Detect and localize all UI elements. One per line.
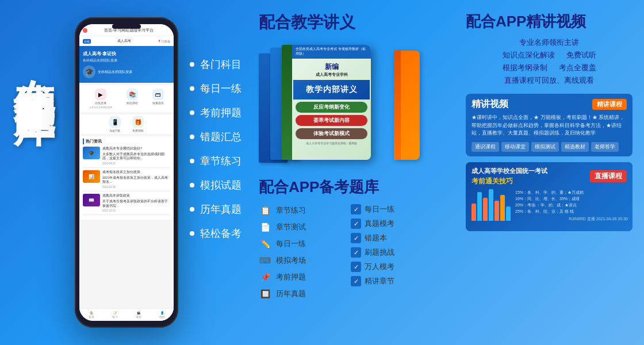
video-card-badge: 精讲课程 <box>592 99 627 110</box>
past-papers-icon: 🔲 <box>259 288 271 300</box>
live-text-line: 20%：考场 ：学、的、成；★讲点 <box>515 202 627 208</box>
bullet-dot <box>190 62 194 67</box>
phone-screen: 首页-学习网站成绩学习平台 在线 成人高考 📍江西省 成人高考·拿证快 各科精品… <box>79 24 174 321</box>
phone-nav: 在线 成人高考 📍江西省 <box>79 36 174 46</box>
feature-chapter-test: 📄 章节测试 <box>259 221 345 233</box>
courses-label: 精品课程 <box>126 101 138 105</box>
book-main: 全国各类成人高考专业考试 专项辅导教材（标准版） 新编 成人高考专业学科 教学内… <box>282 45 371 160</box>
feature-item-exam: 考前押题 <box>190 106 241 120</box>
feature-pre-exam: 📌 考前押题 <box>259 271 345 283</box>
video-card: 精讲视频 精讲课程 ★课时讲中，知识点全面，★ 万能模板，考前刷题！★ 系统精讲… <box>466 94 632 156</box>
live-badge: 直播课程 <box>590 170 627 182</box>
phone-icon-courses: 📚 精品课程 <box>126 89 138 109</box>
bar <box>477 192 482 221</box>
chapter-test-icon: 📄 <box>259 221 271 233</box>
phone-icon-questions: 🗃 海量题库 <box>152 89 164 109</box>
news-thumb-1: 🎓 <box>83 147 100 159</box>
middle-section: 配合教学讲义 全国各类成人高考专业考试 专项辅导教材（标准版） 新编 成人高考专… <box>259 12 437 300</box>
main-title: 在线智能题库 <box>12 46 57 74</box>
check-lecture: ✓ <box>351 276 361 286</box>
phone-banner-title: 成人高考·拿证快 <box>83 51 170 57</box>
badge-brown: 体验考试新模式 <box>296 128 367 139</box>
feature-item-daily: 每日一练 <box>190 82 241 95</box>
feature-item-mock: 模拟试题 <box>190 178 241 192</box>
broadcast-sub: 众多知名名师团队授课 <box>89 106 112 109</box>
bar <box>471 204 476 221</box>
check-errors: ✓ <box>351 233 361 243</box>
feature-mock-exam: ⌨ 模拟考场 <box>259 254 345 267</box>
book-title-area: 新编 成人高考专业学科 <box>292 59 371 80</box>
feature-row-3: 根据考纲录制 考点全覆盖 <box>466 63 632 73</box>
phone-mockup: 首页-学习网站成绩学习平台 在线 成人高考 📍江西省 成人高考·拿证快 各科精品… <box>75 17 178 328</box>
bullet-dot <box>190 135 194 139</box>
app-section-title: 配合APP备考题库 <box>259 177 437 197</box>
news-item-2: 📊 成考报名政策之加分政策 2021年成考报名政策之加分政策，成人高考报名...… <box>83 170 170 191</box>
bar <box>483 198 488 221</box>
bar <box>489 189 493 221</box>
live-card: 成人高等学校全国统一考试 考前通关技巧 直播课程 15%：各、科、学、的、重；★… <box>466 162 632 231</box>
phone-close-icon <box>83 28 87 33</box>
book-display: 全国各类成人高考专业考试 专项辅导教材（标准版） 新编 成人高考专业学科 教学内… <box>259 42 420 168</box>
feature-row-1: 专业名师领衔主讲 <box>466 37 632 48</box>
phone-nav-label: 成人高考 <box>117 39 131 44</box>
phone-sub-icons: 📱 App下载 🎁 免费领取 <box>79 114 174 134</box>
phone-banner-detail: 全科精品名师团队授课 <box>98 70 132 75</box>
phone-bottom-nav: 🏠首页 📝练习 🎬课程 👤我的 <box>79 308 174 321</box>
check-daily: ✓ <box>351 204 361 214</box>
questions-label: 海量题库 <box>152 101 164 105</box>
tag-3: 模拟测试 <box>531 142 559 152</box>
bullet-dot <box>190 86 194 91</box>
live-card-title: 成人高等学校全国统一考试 <box>471 167 547 175</box>
bottom-nav-course[interactable]: 🎬课程 <box>136 311 141 319</box>
live-chart <box>471 189 511 221</box>
broadcast-label: 在线直播 <box>95 101 106 105</box>
right-feature-daily: ✓ 每日一练 <box>351 204 437 214</box>
tag-1: 通识课程 <box>471 142 499 152</box>
right-feature-errors: ✓ 错题本 <box>351 233 437 243</box>
news-content-2: 成考报名政策之加分政策 2021年成考报名政策之加分政策，成人高考报名... 2… <box>102 170 170 189</box>
right-section: 配合APP精讲视频 专业名师领衔主讲 知识点深化解读 免费试听 根据考纲录制 考… <box>466 12 632 231</box>
feature-list: 各门科目 每日一练 考前押题 错题汇总 章节练习 模拟试题 历年真题 轻松备考 <box>190 57 241 240</box>
bar <box>506 206 511 221</box>
book-subject: 成人高考专业学科 <box>297 72 366 78</box>
chapter-practice-icon: 📋 <box>259 204 271 217</box>
book-spine <box>282 45 292 160</box>
broadcast-icon: ▶ <box>95 89 106 100</box>
bullet-dot <box>190 110 194 115</box>
bottom-nav-profile[interactable]: 👤我的 <box>159 311 165 319</box>
check-mass: ✓ <box>351 262 361 272</box>
courses-icon: 📚 <box>126 89 138 100</box>
mock-exam-icon: ⌨ <box>259 254 271 267</box>
phone-icon-broadcast: ▶ 在线直播 众多知名名师团队授课 <box>89 89 112 109</box>
badge-green: 反应考纲新变化 <box>296 102 367 113</box>
check-real: ✓ <box>351 218 361 229</box>
news-thumb-2: 📊 <box>83 170 100 183</box>
bullet-dot <box>190 159 194 163</box>
phone-icon-free: 🎁 免费领取 <box>132 116 144 132</box>
feature-past-papers: 🔲 历年真题 <box>259 288 345 300</box>
live-title-area: 成人高等学校全国统一考试 考前通关技巧 <box>471 167 547 186</box>
live-text-line: 15%：各、科、学、的、重；★万成精 <box>515 189 627 195</box>
tag-5: 老师答学 <box>591 142 619 152</box>
book-footer: 成人大学考专业学习题库实用程 - 通用版 <box>292 141 371 145</box>
feature-row-2: 知识点深化解读 免费试听 <box>466 50 632 60</box>
book-side-spine <box>394 51 401 160</box>
phone-news-title: 热门资讯 <box>83 139 170 144</box>
news-content-3: 成教高本录取政策 关于成考生报考及录取政策的不分析请善于掌握书写... 2021… <box>102 194 170 212</box>
teaching-title: 配合教学讲义 <box>259 12 437 33</box>
right-feature-lecture: ✓ 精讲章节 <box>351 276 437 286</box>
phone-outer: 首页-学习网站成绩学习平台 在线 成人高考 📍江西省 成人高考·拿证快 各科精品… <box>75 17 178 328</box>
book-main-title-box: 教学内部讲义 <box>293 80 370 99</box>
book-cover: 全国各类成人高考专业考试 专项辅导教材（标准版） 新编 成人高考专业学科 教学内… <box>292 45 371 160</box>
feature-daily-practice: ✏️ 每日一练 <box>259 237 345 250</box>
news-item-1: 🎓 成教高本专业哪些比较好? 大多数人对于成教高本专业的选择感到困惑，这篇文章可… <box>83 147 170 168</box>
video-card-desc: ★课时讲中，知识点全面，★ 万能模板，考前刷题！★ 系统精讲，帮助把握历年必做标… <box>471 114 627 137</box>
news-thumb-3: 📖 <box>83 194 100 206</box>
free-icon: 🎁 <box>132 116 144 128</box>
video-card-tags: 通识课程 移动课堂 模拟测试 精选教材 老师答学 <box>471 142 627 152</box>
free-label: 免费领取 <box>132 129 144 132</box>
bottom-nav-practice[interactable]: 📝练习 <box>112 311 118 319</box>
book-main-title: 教学内部讲义 <box>297 85 366 95</box>
live-text-line: 25%：各、科、结、业；及 格 线 <box>515 208 627 214</box>
bottom-nav-home[interactable]: 🏠首页 <box>89 311 94 319</box>
